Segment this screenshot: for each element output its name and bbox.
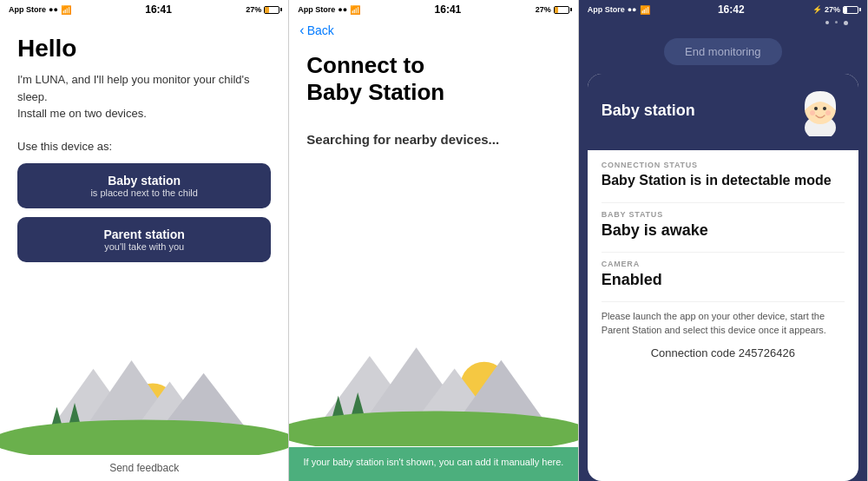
battery-pct-2: 27% (536, 5, 551, 14)
signal-icon-2: ●● (338, 5, 347, 14)
svg-point-23 (823, 107, 826, 110)
svg-point-25 (825, 110, 831, 115)
connect-title: Connect toBaby Station (306, 52, 560, 106)
connection-status-section: CONNECTION STATUS Baby Station is in det… (602, 161, 845, 190)
parent-station-button[interactable]: Parent station you'll take with you (17, 217, 271, 262)
baby-station-button[interactable]: Baby station is placed next to the child (17, 163, 271, 208)
screen-hello: App Store ●● 📶 16:41 27% Hello I'm LUNA,… (0, 0, 289, 481)
card-body: CONNECTION STATUS Baby Station is in det… (588, 150, 858, 370)
battery-icon-3 (843, 6, 858, 14)
camera-value: Enabled (602, 271, 845, 289)
intro-text: I'm LUNA, and I'll help you monitor your… (17, 71, 271, 122)
star-deco (825, 21, 829, 24)
connection-status-label: CONNECTION STATUS (602, 161, 845, 169)
svg-point-19 (289, 411, 577, 446)
connection-status-value: Baby Station is in detectable mode (602, 172, 845, 190)
svg-point-22 (814, 107, 818, 110)
battery-icon-2 (554, 6, 569, 14)
status-right-3: ⚡ 27% (812, 5, 858, 14)
camera-label: CAMERA (602, 260, 845, 268)
baby-station-subtitle: is placed next to the child (35, 188, 253, 198)
camera-section: CAMERA Enabled (602, 260, 845, 289)
divider-2 (602, 252, 845, 253)
svg-point-24 (810, 110, 815, 115)
launch-note: Please launch the app on your other devi… (602, 309, 845, 338)
baby-avatar (797, 84, 845, 136)
nav-bar: ‹ Back (289, 17, 577, 43)
status-bar-2: App Store ●● 📶 16:41 27% (289, 0, 577, 17)
star-deco (844, 21, 848, 25)
battery-pct-1: 27% (246, 5, 261, 14)
parent-station-subtitle: you'll take with you (35, 241, 253, 252)
signal-icon-1: ●● (49, 5, 58, 14)
time-1: 16:41 (145, 3, 172, 16)
star-deco (835, 21, 838, 23)
baby-status-section: BABY STATUS Baby is awake (602, 210, 845, 240)
status-right-1: 27% (246, 5, 279, 14)
monitoring-card: Baby station CONNECTION STA (588, 74, 858, 481)
battery-icon-1 (264, 6, 279, 14)
status-left-2: App Store ●● 📶 (298, 5, 360, 15)
card-header-title: Baby station (602, 102, 695, 120)
baby-station-title: Baby station (35, 174, 253, 188)
status-left-1: App Store ●● 📶 (9, 5, 71, 15)
time-3: 16:42 (718, 3, 745, 16)
status-left-3: App Store ●● 📶 (588, 5, 650, 15)
status-bar-1: App Store ●● 📶 16:41 27% (0, 0, 288, 17)
time-2: 16:41 (435, 3, 462, 16)
landscape-illustration-2 (289, 333, 577, 446)
searching-text: Searching for nearby devices... (306, 132, 560, 147)
landscape-illustration-1 (0, 342, 288, 455)
wifi-icon-3: 📶 (640, 5, 650, 15)
manual-add-text: If your baby station isn't shown, you ca… (304, 457, 564, 467)
connection-code: Connection code 245726426 (602, 346, 845, 359)
battery-pct-3: 27% (825, 5, 840, 14)
carrier-text-1: App Store (9, 5, 46, 14)
signal-icon-3: ●● (628, 5, 637, 14)
divider-1 (602, 202, 845, 203)
back-button[interactable]: ‹ Back (299, 23, 333, 38)
screen-monitoring: App Store ●● 📶 16:42 ⚡ 27% End monitorin… (579, 0, 868, 481)
hello-title: Hello (17, 35, 271, 63)
carrier-text-2: App Store (298, 5, 335, 14)
chevron-left-icon: ‹ (299, 23, 304, 38)
divider-3 (602, 301, 845, 302)
use-as-label: Use this device as: (17, 140, 271, 153)
carrier-text-3: App Store (588, 5, 625, 14)
wifi-icon-1: 📶 (61, 5, 71, 15)
back-label: Back (307, 23, 334, 37)
end-monitoring-button[interactable]: End monitoring (664, 38, 781, 65)
manual-add-footer[interactable]: If your baby station isn't shown, you ca… (289, 447, 577, 481)
wifi-icon-2: 📶 (350, 5, 360, 15)
status-right-2: 27% (536, 5, 569, 14)
parent-station-title: Parent station (35, 227, 253, 241)
screen-connect: App Store ●● 📶 16:41 27% ‹ Back Connect … (289, 0, 578, 481)
status-bar-3: App Store ●● 📶 16:42 ⚡ 27% (579, 0, 867, 17)
charging-icon-3: ⚡ (812, 5, 822, 14)
send-feedback-link[interactable]: Send feedback (0, 462, 288, 474)
svg-point-9 (0, 419, 288, 455)
baby-status-value: Baby is awake (602, 221, 845, 240)
card-header: Baby station (588, 74, 858, 150)
baby-status-label: BABY STATUS (602, 210, 845, 219)
